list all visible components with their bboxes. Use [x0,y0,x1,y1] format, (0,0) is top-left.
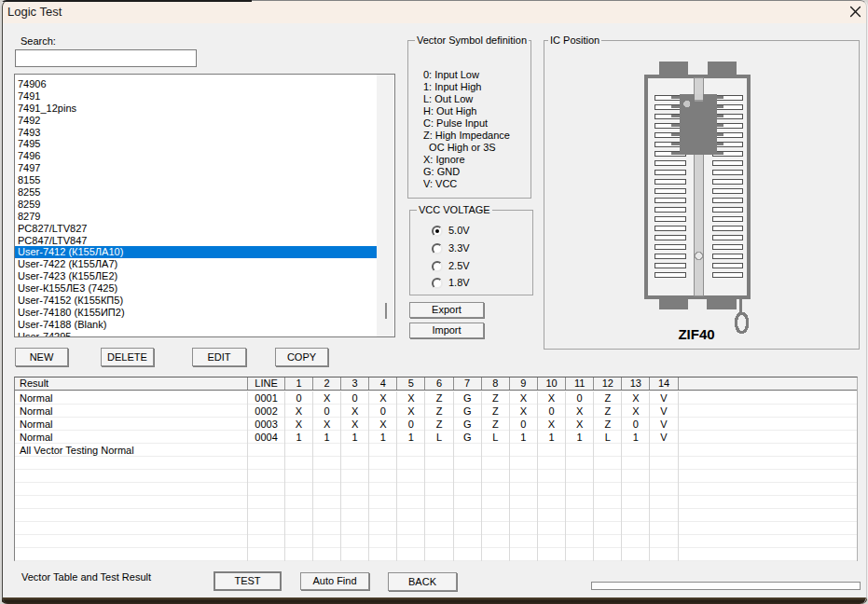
svg-text:ZIF40: ZIF40 [678,326,714,342]
